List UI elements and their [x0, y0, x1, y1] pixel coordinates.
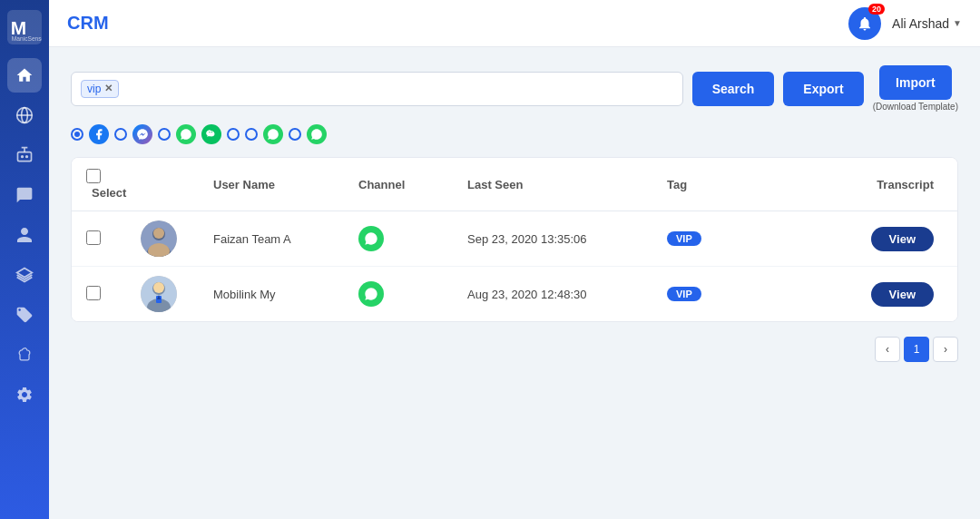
- row1-avatar: [141, 220, 213, 257]
- pagination-next[interactable]: ›: [933, 337, 958, 362]
- avatar: [141, 220, 177, 257]
- user-name-label: Ali Arshad: [892, 16, 949, 31]
- channel-icon-facebook[interactable]: [89, 124, 109, 144]
- row1-channel: [358, 226, 467, 251]
- row2-transcript: View: [848, 282, 943, 307]
- crm-table: Select User Name Channel Last Seen Tag T…: [71, 157, 958, 322]
- radio-messenger[interactable]: [114, 128, 127, 141]
- filter-r2[interactable]: [227, 128, 240, 141]
- avatar: [141, 276, 177, 312]
- radio-r4[interactable]: [289, 128, 301, 141]
- svg-point-17: [153, 282, 164, 293]
- svg-point-8: [25, 155, 28, 158]
- tag-chip-close[interactable]: ✕: [104, 83, 113, 94]
- row1-checkbox[interactable]: [86, 230, 101, 245]
- filter-messenger[interactable]: [114, 128, 127, 141]
- table-row: Mobilink My Aug 23, 2020 12:48:30 VIP Vi…: [72, 267, 957, 321]
- row2-checkbox[interactable]: [86, 286, 101, 300]
- radio-r3[interactable]: [245, 128, 258, 141]
- export-button[interactable]: Export: [783, 72, 863, 106]
- search-input-wrapper[interactable]: vip ✕: [71, 72, 683, 106]
- svg-text:ManicSense: ManicSense: [12, 35, 42, 42]
- channel-filters: [71, 124, 958, 144]
- channel-icon-whatsapp2[interactable]: [263, 124, 283, 144]
- header-right: 20 Ali Arshad ▼: [848, 7, 962, 40]
- col-channel: Channel: [358, 178, 467, 191]
- import-wrapper: Import (Download Template): [873, 65, 958, 112]
- sidebar-item-brain[interactable]: [7, 338, 42, 372]
- row1-username: Faizan Team A: [213, 232, 358, 246]
- main-wrapper: CRM 20 Ali Arshad ▼ vip ✕ Search Export: [49, 0, 980, 519]
- sidebar: M ManicSense: [0, 0, 49, 519]
- row2-channel: [358, 281, 467, 307]
- sidebar-item-tag[interactable]: [7, 298, 42, 332]
- col-transcript: Transcript: [848, 178, 943, 191]
- tag-chip-vip: vip ✕: [81, 80, 119, 98]
- filter-r3[interactable]: [245, 128, 258, 141]
- sidebar-item-settings[interactable]: [7, 377, 42, 412]
- filter-r4[interactable]: [289, 128, 301, 141]
- sidebar-item-bot[interactable]: [7, 138, 42, 172]
- chevron-down-icon: ▼: [953, 18, 962, 28]
- table-row: Faizan Team A Sep 23, 2020 13:35:06 VIP …: [72, 211, 957, 267]
- svg-point-7: [21, 155, 24, 158]
- pagination-prev[interactable]: ‹: [875, 337, 900, 362]
- page-content: vip ✕ Search Export Import (Download Tem…: [49, 47, 980, 519]
- svg-rect-6: [18, 152, 32, 162]
- channel-icon-messenger[interactable]: [132, 124, 152, 144]
- col-select: Select: [86, 169, 141, 200]
- channel-icon-wechat[interactable]: [201, 124, 221, 144]
- sidebar-item-user[interactable]: [7, 218, 42, 252]
- channel-icon-whatsapp-filter[interactable]: [176, 124, 196, 144]
- select-all-checkbox[interactable]: [86, 169, 101, 183]
- row2-tag: VIP: [667, 287, 848, 301]
- page-title: CRM: [67, 13, 109, 34]
- import-sub-label: (Download Template): [873, 102, 958, 112]
- sidebar-item-chat[interactable]: [7, 178, 42, 212]
- row1-tag: VIP: [667, 231, 848, 246]
- filter-r1[interactable]: [158, 128, 171, 141]
- row2-select[interactable]: [86, 286, 141, 303]
- sidebar-item-antenna[interactable]: [7, 258, 42, 292]
- pagination-page-1[interactable]: 1: [904, 337, 929, 362]
- notification-count: 20: [868, 4, 885, 15]
- row1-channel-icon: [358, 226, 384, 251]
- row2-view-button[interactable]: View: [871, 282, 934, 307]
- radio-r1[interactable]: [158, 128, 171, 141]
- notification-bell[interactable]: 20: [848, 7, 881, 40]
- row2-last-seen: Aug 23, 2020 12:48:30: [467, 288, 667, 301]
- user-menu[interactable]: Ali Arshad ▼: [892, 16, 962, 31]
- logo: M ManicSense: [6, 9, 43, 45]
- filter-all[interactable]: [71, 128, 83, 141]
- radio-all[interactable]: [71, 128, 83, 141]
- col-username: User Name: [213, 178, 358, 191]
- row2-channel-icon: [358, 281, 384, 307]
- col-tag: Tag: [667, 178, 848, 191]
- sidebar-item-globe[interactable]: [7, 98, 42, 132]
- row1-select[interactable]: [86, 230, 141, 248]
- import-button[interactable]: Import: [879, 65, 952, 100]
- row1-view-button[interactable]: View: [871, 227, 934, 251]
- row2-avatar: [141, 276, 213, 312]
- col-last-seen: Last Seen: [467, 178, 667, 191]
- header: CRM 20 Ali Arshad ▼: [49, 0, 980, 47]
- row1-transcript: View: [848, 227, 943, 251]
- table-header: Select User Name Channel Last Seen Tag T…: [72, 158, 957, 211]
- svg-point-12: [153, 228, 164, 239]
- search-row: vip ✕ Search Export Import (Download Tem…: [71, 65, 958, 112]
- svg-text:M: M: [11, 17, 26, 38]
- radio-r2[interactable]: [227, 128, 240, 141]
- channel-icon-whatsapp3[interactable]: [307, 124, 327, 144]
- row2-username: Mobilink My: [213, 288, 358, 301]
- search-button[interactable]: Search: [692, 72, 775, 106]
- sidebar-item-home[interactable]: [7, 58, 42, 93]
- row1-last-seen: Sep 23, 2020 13:35:06: [467, 232, 667, 246]
- pagination: ‹ 1 ›: [71, 337, 958, 362]
